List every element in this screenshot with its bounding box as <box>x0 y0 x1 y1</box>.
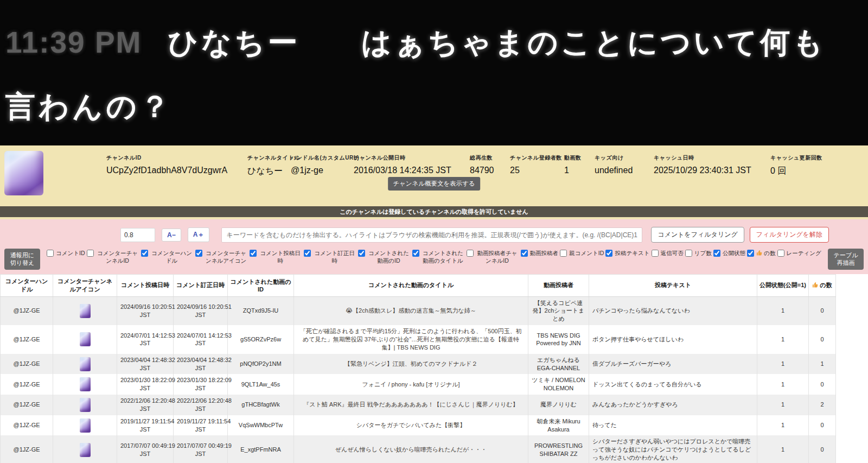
column-checkbox-動画投稿者[interactable]: 動画投稿者 <box>521 250 559 257</box>
column-checkbox-コメンターチャンネルID[interactable]: コメンターチャンネルID <box>87 250 139 264</box>
column-checkbox-label: 投稿テキスト <box>615 250 649 257</box>
column-checkbox-label: コメンターチャンネルアイコン <box>205 250 248 264</box>
commenter-avatar-icon <box>80 443 91 457</box>
comment-text: ボタン押す仕事やらせてほしいわ <box>589 325 757 354</box>
channel-field: キッズ向けundefined <box>595 154 633 175</box>
font-size-increase-button[interactable]: A＋ <box>188 227 210 242</box>
channel-field-label: 動画数 <box>564 154 582 162</box>
column-checkbox-label: コメントされた動画のタイトル <box>422 250 465 264</box>
column-checkbox-の数[interactable]: の数 <box>747 250 775 258</box>
column-checkbox-input[interactable] <box>47 250 54 257</box>
column-checkbox-コメント訂正日時[interactable]: コメント訂正日時 <box>304 250 356 264</box>
speaker-name: ひなちー <box>168 26 301 59</box>
comment-date: 2024/09/16 10:20:51JST <box>174 296 228 325</box>
channel-field-value: undefined <box>595 166 633 175</box>
column-checkbox-動画投稿者チャンネルID[interactable]: 動画投稿者チャンネルID <box>467 250 519 264</box>
video-title: 😭【2ch感動スレ】感動の迷言集～無気力な姉～ <box>294 296 528 325</box>
commenter-avatar-cell <box>53 296 117 325</box>
commenter-avatar-icon <box>80 398 91 412</box>
comment-row: @1JZ-GE2019/11/27 19:11:54JST2019/11/27 … <box>1 415 836 436</box>
column-header: コメント訂正日時 <box>174 274 228 296</box>
column-checkbox-input[interactable] <box>713 250 720 257</box>
visibility-state: 1 <box>757 325 809 354</box>
video-id: VqSwWMbcPTw <box>228 415 294 436</box>
show-channel-summary-button[interactable]: チャンネル概要文を表示する <box>388 177 480 191</box>
column-checkbox-コメンターチャンネルアイコン[interactable]: コメンターチャンネルアイコン <box>195 250 248 264</box>
commenter-avatar-cell <box>53 354 117 375</box>
column-checkbox-input[interactable] <box>412 250 419 257</box>
visibility-state: 1 <box>757 415 809 436</box>
column-checkbox-input[interactable] <box>560 250 567 257</box>
column-checkbox-input[interactable] <box>358 250 365 257</box>
column-checkbox-input[interactable] <box>747 250 754 257</box>
clear-filter-button[interactable]: フィルタリングを解除 <box>750 227 829 243</box>
comments-table: コメンターハンドルコメンターチャンネルアイコンコメント投稿日時コメント訂正日時コ… <box>0 274 836 463</box>
column-checkbox-input[interactable] <box>467 250 474 257</box>
visibility-state: 1 <box>757 395 809 415</box>
comment-date: 2023/01/30 18:22:09JST <box>117 374 174 395</box>
channel-field: 動画数1 <box>564 154 582 175</box>
apply-filter-button[interactable]: コメントをフィルタリング <box>651 227 744 243</box>
channel-field: チャンネル登録者数25 <box>510 154 562 175</box>
column-checkbox-input[interactable] <box>141 250 148 257</box>
subtitle-line-2: 言わんの？ <box>5 87 868 127</box>
column-checkbox-コメント投稿日時[interactable]: コメント投稿日時 <box>250 250 302 264</box>
video-id: 9QLT1Aw_45s <box>228 374 294 395</box>
commenter-handle: @1JZ-GE <box>1 325 53 354</box>
keyword-filter-input[interactable] <box>221 227 642 243</box>
video-title: 『スト鯖 ARK』最終日 戦争だあああああああ！【にじさんじ｜魔界ノりりむ】 <box>294 395 528 415</box>
video-uploader: 朝倉未来 Mikuru Asakura <box>528 415 589 436</box>
column-checkbox-親コメントID[interactable]: 親コメントID <box>560 250 604 257</box>
comment-text: パチンコやったら悩みなんてないわ <box>589 296 757 325</box>
channel-field-value: @1jz-ge <box>291 166 359 175</box>
comment-row: @1JZ-GE2022/12/06 12:20:48JST2022/12/06 … <box>1 395 836 415</box>
column-checkbox-label: 公開状態 <box>723 250 745 257</box>
column-checkbox-リプ数[interactable]: リプ数 <box>685 250 712 257</box>
column-header: コメントされた動画のID <box>228 274 294 296</box>
commenter-handle: @1JZ-GE <box>1 354 53 375</box>
comment-text: シバターださすぎやん弱いやつにはプロレスとかで喧嘩売って強そうな奴にはパチンコで… <box>589 435 757 463</box>
comment-row: @1JZ-GE2017/07/07 00:49:19JST2017/07/07 … <box>1 435 836 463</box>
commenter-handle: @1JZ-GE <box>1 395 53 415</box>
visibility-state: 1 <box>757 435 809 463</box>
comment-text: 倍ダブルチーズバーガーやろ <box>589 354 757 375</box>
like-count: 0 <box>809 374 836 395</box>
column-checkbox-input[interactable] <box>605 250 612 257</box>
column-checkbox-list: コメントIDコメンターチャンネルIDコメンターハンドルコメンターチャンネルアイコ… <box>40 249 828 264</box>
column-checkbox-レーティング[interactable]: レーティング <box>777 250 821 257</box>
column-checkbox-返信可否[interactable]: 返信可否 <box>652 250 684 257</box>
column-checkbox-コメントされた動画のID[interactable]: コメントされた動画のID <box>358 250 411 264</box>
column-checkbox-input[interactable] <box>685 250 692 257</box>
column-checkbox-input[interactable] <box>652 250 659 257</box>
column-checkbox-コメントID[interactable]: コメントID <box>47 250 85 257</box>
video-uploader: TBS NEWS DIG Powered by JNN <box>528 325 589 354</box>
comment-row: @1JZ-GE2023/04/04 12:48:32JST2023/04/04 … <box>1 354 836 375</box>
channel-field-label: チャンネル公開日時 <box>354 154 451 162</box>
column-checkbox-コメントされた動画のタイトル[interactable]: コメントされた動画のタイトル <box>412 250 465 264</box>
channel-field-label: キャッシュ日時 <box>654 154 751 162</box>
comment-date: 2024/09/16 10:20:51JST <box>117 296 174 325</box>
column-checkbox-input[interactable] <box>250 250 257 257</box>
redraw-table-button[interactable]: テーブル再描画 <box>828 249 864 270</box>
channel-field: ハンドル名(カスタムURL)@1jz-ge <box>291 154 359 175</box>
column-checkbox-公開状態[interactable]: 公開状態 <box>713 250 745 257</box>
column-checkbox-label: レーティング <box>787 250 821 257</box>
column-checkbox-input[interactable] <box>87 250 94 257</box>
column-checkbox-input[interactable] <box>195 250 202 257</box>
comment-date: 2023/04/04 12:48:32JST <box>174 354 228 375</box>
video-uploader: エガちゃんねる EGA-CHANNEL <box>528 354 589 375</box>
report-mode-toggle-button[interactable]: 通報用に切り替え <box>4 249 40 270</box>
thumbs-up-icon <box>756 250 763 258</box>
column-checkbox-input[interactable] <box>304 250 311 257</box>
column-checkbox-コメンターハンドル[interactable]: コメンターハンドル <box>141 250 194 264</box>
column-checkbox-input[interactable] <box>521 250 528 257</box>
comment-row: @1JZ-GE2024/09/16 10:20:51JST2024/09/16 … <box>1 296 836 325</box>
font-size-decrease-button[interactable]: A− <box>162 229 181 242</box>
comment-row: @1JZ-GE2023/01/30 18:22:09JST2023/01/30 … <box>1 374 836 395</box>
column-checkbox-投稿テキスト[interactable]: 投稿テキスト <box>605 250 649 257</box>
video-uploader: ツミキ / NOMELON NOLEMON <box>528 374 589 395</box>
threshold-input[interactable] <box>120 228 155 242</box>
column-checkbox-input[interactable] <box>777 250 784 257</box>
comment-date: 2019/11/27 19:11:54JST <box>117 415 174 436</box>
subtitle-line-1: 11:39 PM ひなちー はぁちゃまのことについて何も <box>5 27 868 59</box>
